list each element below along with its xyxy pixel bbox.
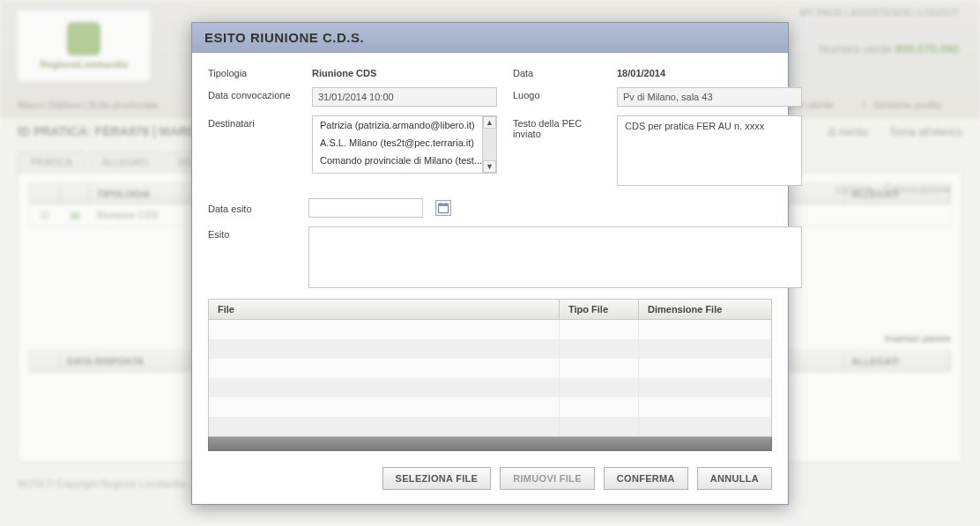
list-item[interactable]: Patrizia (patrizia.armando@libero.it) (313, 116, 496, 134)
file-table-hdr-tipo: Tipo File (560, 300, 639, 319)
table-row[interactable] (209, 417, 771, 436)
scroll-down-icon[interactable]: ▼ (483, 160, 496, 173)
label-data: Data (513, 65, 601, 78)
rimuovi-file-button[interactable]: RIMUOVI FILE (500, 467, 595, 490)
label-tipologia: Tipologia (208, 65, 296, 78)
input-luogo (617, 87, 802, 107)
textarea-testo-pec: CDS per pratica FER AU n. xxxx (617, 115, 802, 186)
modal-overlay: ESITO RIUNIONE C.D.S. Tipologia Riunione… (0, 0, 980, 526)
listbox-destinatari[interactable]: Patrizia (patrizia.armando@libero.it) A.… (312, 115, 497, 174)
label-data-esito: Data esito (208, 201, 296, 214)
value-tipologia: Riunione CDS (312, 65, 497, 78)
modal-title: ESITO RIUNIONE C.D.S. (192, 23, 788, 53)
label-data-convocazione: Data convocazione (208, 87, 296, 100)
table-row[interactable] (209, 397, 771, 417)
file-table-hdr-dim: Dimensione File (639, 300, 771, 319)
file-table: File Tipo File Dimensione File (208, 299, 772, 437)
modal-esito-riunione: ESITO RIUNIONE C.D.S. Tipologia Riunione… (191, 22, 789, 505)
table-row[interactable] (209, 339, 771, 359)
list-item[interactable]: A.S.L. Milano (tes2t@pec.terraria.it) (313, 134, 496, 152)
listbox-scrollbar[interactable]: ▲ ▼ (482, 116, 496, 173)
textarea-esito[interactable] (308, 226, 802, 288)
label-luogo: Luogo (513, 87, 601, 100)
seleziona-file-button[interactable]: SELEZIONA FILE (382, 467, 492, 490)
table-row[interactable] (209, 378, 771, 397)
calendar-icon[interactable] (435, 200, 451, 216)
label-testo-pec: Testo della PEC inviato (513, 115, 601, 139)
annulla-button[interactable]: ANNULLA (697, 467, 772, 490)
table-row[interactable] (209, 359, 771, 378)
file-table-hscrollbar[interactable] (208, 437, 772, 451)
input-data-esito[interactable] (308, 198, 423, 218)
file-table-hdr-file: File (209, 300, 560, 319)
conferma-button[interactable]: CONFERMA (604, 467, 688, 490)
input-data-convocazione (312, 87, 497, 107)
table-row[interactable] (209, 320, 771, 339)
list-item[interactable]: Comando provinciale di Milano (test... (313, 152, 496, 169)
scroll-up-icon[interactable]: ▲ (483, 116, 496, 129)
label-destinatari: Destinatari (208, 115, 296, 129)
label-esito: Esito (208, 226, 296, 288)
value-data: 18/01/2014 (617, 65, 802, 78)
svg-rect-1 (439, 204, 449, 206)
